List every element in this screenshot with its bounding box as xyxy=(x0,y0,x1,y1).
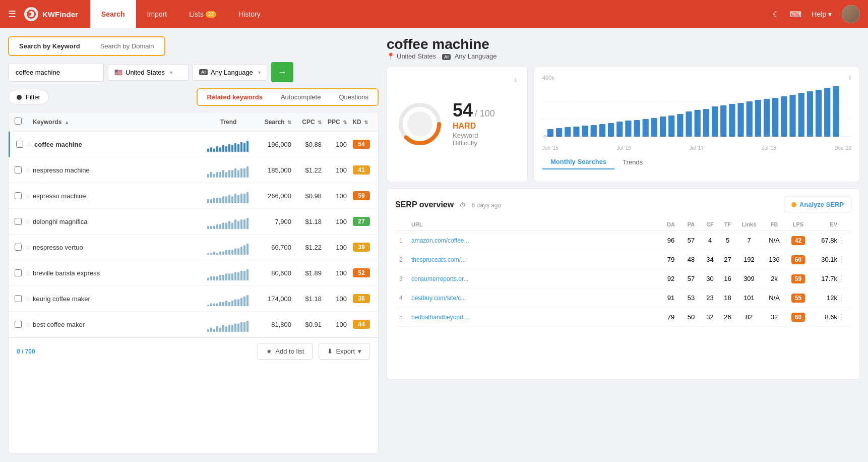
tab-search-by-domain[interactable]: Search by Domain xyxy=(90,37,164,55)
keyboard-icon[interactable]: ⌨ xyxy=(790,10,801,19)
svg-rect-18 xyxy=(210,172,212,178)
tab-related-keywords[interactable]: Related keywords xyxy=(198,89,272,105)
svg-text:0: 0 xyxy=(543,134,547,139)
export-button[interactable]: ⬇ Export ▾ xyxy=(319,343,370,360)
svg-rect-37 xyxy=(225,196,227,203)
search-go-button[interactable]: → xyxy=(271,62,293,82)
table-row: ☆ delonghi magnifica 7,900 $1.18 100 27 xyxy=(9,209,378,235)
row-checkbox[interactable] xyxy=(15,218,22,225)
serp-more-menu[interactable]: ⋮ xyxy=(837,312,847,322)
svg-rect-137 xyxy=(686,111,692,137)
row-kd: 44 xyxy=(347,320,372,329)
svg-rect-20 xyxy=(216,172,218,178)
row-checkbox[interactable] xyxy=(15,295,22,302)
language-select[interactable]: AI Any Language ▾ xyxy=(193,64,267,81)
serp-url: bestbuy.com/site/c... xyxy=(411,294,661,302)
hamburger-menu[interactable]: ☰ xyxy=(8,9,16,20)
select-all-checkbox[interactable] xyxy=(15,118,22,125)
svg-rect-91 xyxy=(219,302,221,306)
row-cpc: $0.88 xyxy=(291,141,322,148)
svg-rect-81 xyxy=(231,273,233,280)
row-check: ☆ xyxy=(15,243,33,251)
serp-pa: 53 xyxy=(681,294,701,302)
trends-info-icon[interactable]: ℹ xyxy=(849,75,851,82)
star-icon[interactable]: ☆ xyxy=(25,243,31,251)
svg-rect-45 xyxy=(207,226,209,229)
flag-icon: 🇺🇸 xyxy=(114,69,122,76)
th-ppc: PPC ⇅ xyxy=(322,119,347,126)
search-input[interactable] xyxy=(8,63,104,82)
row-checkbox[interactable] xyxy=(15,166,22,174)
svg-rect-86 xyxy=(246,269,249,280)
svg-rect-66 xyxy=(228,250,230,255)
kd-badge: 54 xyxy=(353,140,370,149)
nav-tab-import[interactable]: Import xyxy=(136,0,178,28)
tab-monthly-searches[interactable]: Monthly Searches xyxy=(542,155,614,169)
add-to-list-button[interactable]: ★ Add to list xyxy=(258,343,313,360)
brand: KWFinder xyxy=(24,7,78,21)
country-select[interactable]: 🇺🇸 United States ▾ xyxy=(108,64,189,81)
star-icon[interactable]: ☆ xyxy=(25,192,31,200)
serp-links: 82 xyxy=(736,313,762,321)
serp-more-menu[interactable]: ⋮ xyxy=(837,293,847,303)
darkmode-icon[interactable]: ☾ xyxy=(773,10,780,19)
right-panel: coffee machine 📍 United States AI Any La… xyxy=(387,36,860,454)
kd-badge: 39 xyxy=(353,243,370,252)
tab-questions[interactable]: Questions xyxy=(330,89,378,105)
star-icon[interactable]: ☆ xyxy=(25,269,31,277)
row-ppc: 100 xyxy=(322,321,347,328)
svg-rect-111 xyxy=(237,324,239,332)
language-chevron: ▾ xyxy=(258,70,261,75)
row-checkbox[interactable] xyxy=(15,321,22,328)
row-search: 80,600 xyxy=(251,269,291,277)
row-checkbox[interactable] xyxy=(15,269,22,276)
serp-more-menu[interactable]: ⋮ xyxy=(837,274,847,283)
row-search: 66,700 xyxy=(251,244,291,251)
nav-tab-history[interactable]: History xyxy=(227,0,272,28)
star-icon[interactable]: ☆ xyxy=(25,295,31,303)
search-type-tabs: Search by Keyword Search by Domain xyxy=(8,36,165,56)
svg-rect-130 xyxy=(625,121,631,137)
serp-da: 92 xyxy=(661,275,681,282)
download-icon: ⬇ xyxy=(327,348,333,355)
svg-rect-58 xyxy=(246,218,249,229)
svg-rect-121 xyxy=(547,129,553,137)
svg-rect-38 xyxy=(228,195,230,204)
svg-rect-14 xyxy=(240,142,242,152)
analyze-serp-button[interactable]: Analyze SERP xyxy=(784,197,851,212)
kd-info-icon[interactable]: ℹ xyxy=(515,77,517,84)
star-icon[interactable]: ☆ xyxy=(25,320,31,328)
tab-trends[interactable]: Trends xyxy=(614,155,651,169)
user-avatar[interactable] xyxy=(842,5,860,23)
row-ppc: 100 xyxy=(322,218,347,225)
filter-button[interactable]: Filter xyxy=(8,90,49,104)
star-icon[interactable]: ☆ xyxy=(25,217,31,225)
row-checkbox[interactable] xyxy=(15,192,22,199)
serp-more-menu[interactable]: ⋮ xyxy=(837,255,847,264)
serp-da: 91 xyxy=(661,294,681,302)
svg-rect-74 xyxy=(210,276,212,280)
kd-info: 54 / 100 HARD Keyword Difficulty xyxy=(453,101,505,147)
star-icon[interactable]: ☆ xyxy=(25,166,31,174)
serp-title: SERP overview xyxy=(395,200,454,209)
serp-ev: 17.7k xyxy=(810,275,837,282)
help-button[interactable]: Help ▾ xyxy=(812,10,832,18)
filter-row: Filter Related keywords Autocomplete Que… xyxy=(8,88,379,106)
row-trend xyxy=(206,240,251,255)
serp-more-menu[interactable]: ⋮ xyxy=(837,236,847,245)
star-icon[interactable]: ☆ xyxy=(26,140,33,148)
svg-rect-4 xyxy=(210,147,212,152)
tab-search-by-keyword[interactable]: Search by Keyword xyxy=(9,37,90,55)
row-checkbox[interactable] xyxy=(16,141,23,148)
nav-tab-lists[interactable]: Lists 22 xyxy=(178,0,227,28)
svg-rect-67 xyxy=(231,250,233,255)
tab-autocomplete[interactable]: Autocomplete xyxy=(272,89,330,105)
row-checkbox[interactable] xyxy=(15,244,22,251)
svg-rect-83 xyxy=(237,272,239,281)
svg-rect-76 xyxy=(216,276,218,280)
table-row: ☆ coffee machine 196,000 $0.88 100 54 xyxy=(9,132,378,157)
row-cpc: $1.18 xyxy=(291,295,322,303)
lang-icon: AI xyxy=(199,69,208,75)
row-search: 7,900 xyxy=(251,218,291,225)
nav-tab-search[interactable]: Search xyxy=(90,0,136,28)
